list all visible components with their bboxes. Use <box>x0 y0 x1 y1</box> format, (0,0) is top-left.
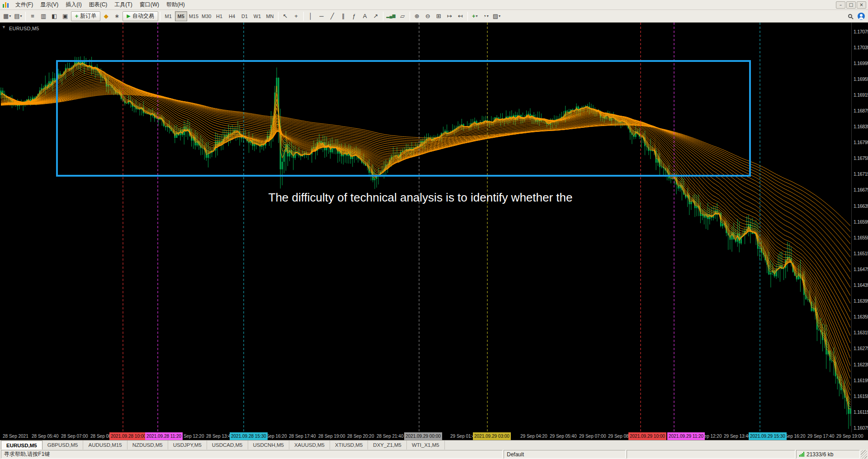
navigator-icon: ◧ <box>52 13 57 19</box>
menu-item[interactable]: 帮助(H) <box>163 0 189 9</box>
arrows-button[interactable]: ↗ <box>371 11 381 21</box>
indicators-icon: ▂▄▆ <box>387 14 396 18</box>
menu-item[interactable]: 图表(C) <box>85 0 111 9</box>
menu-bar: 文件(F)显示(V)插入(I)图表(C)工具(T)窗口(W)帮助(H) –□× <box>0 0 868 10</box>
window-control-button[interactable]: × <box>857 1 866 9</box>
new-order-button[interactable]: +新订单 <box>71 11 101 21</box>
add-indicator-button[interactable]: +▾ <box>470 11 480 21</box>
symbol-tab[interactable]: USDCNH,M5 <box>248 440 289 450</box>
market-watch-button[interactable]: ≡ <box>28 11 38 21</box>
auto-scroll-button[interactable]: ↦ <box>444 11 455 21</box>
vertical-line-button[interactable]: │ <box>306 11 316 21</box>
tile-windows-button[interactable]: ⊞ <box>434 11 444 21</box>
template-dropdown-button[interactable]: ▨▾ <box>491 11 502 21</box>
time-axis-label: 2021.09.28 15:30 <box>230 432 268 440</box>
horizontal-line-button[interactable]: ─ <box>316 11 327 21</box>
window-control-button[interactable]: – <box>836 1 845 9</box>
price-axis-label: 1.16755 <box>852 150 868 166</box>
timeframe-button[interactable]: M1 <box>162 11 175 21</box>
navigator-button[interactable]: ◧ <box>49 11 60 21</box>
timeframe-button[interactable]: H4 <box>226 11 238 21</box>
autotrading-button[interactable]: ▶自动交易 <box>123 11 158 21</box>
price-axis[interactable]: 1.170751.170351.169951.169551.169151.168… <box>851 23 868 432</box>
symbol-tab[interactable]: USDCAD,M5 <box>207 440 248 450</box>
symbol-tab[interactable]: GBPUSD,M5 <box>42 440 84 450</box>
mt4-window: 文件(F)显示(V)插入(I)图表(C)工具(T)窗口(W)帮助(H) –□× … <box>0 0 868 459</box>
autotrading-play-icon: ▶ <box>127 14 130 19</box>
data-window-button[interactable]: ▥ <box>38 11 49 21</box>
time-axis[interactable]: 28 Sep 202128 Sep 05:4028 Sep 07:0028 Se… <box>0 432 868 440</box>
template-icon: ▨ <box>493 13 498 19</box>
chart-symbol-label: EURUSD,M5 <box>9 26 39 31</box>
time-axis-label: 29 Sep 07:00 <box>579 432 606 440</box>
zoom-in-button[interactable]: ⊕ <box>412 11 422 21</box>
toolbar-separator <box>383 12 383 21</box>
price-axis-label: 1.16515 <box>852 245 868 261</box>
timeframe-button[interactable]: MN <box>264 11 276 21</box>
symbol-tab-bar: EURUSD,M5GBPUSD,M5AUDUSD,M15NZDUSD,M5USD… <box>0 440 868 450</box>
symbol-tab[interactable]: XTIUSD,M5 <box>330 440 368 450</box>
period-dropdown-button[interactable]: ◔▾ <box>481 11 491 21</box>
trendline-button[interactable]: ╱ <box>327 11 338 21</box>
menu-item[interactable]: 文件(F) <box>12 0 37 9</box>
price-axis-label: 1.16395 <box>852 293 868 309</box>
profiles-button[interactable]: ▤▾ <box>13 11 23 21</box>
price-axis-label: 1.16795 <box>852 135 868 150</box>
symbol-tab[interactable]: USDJPY,M5 <box>168 440 207 450</box>
app-icon <box>2 1 10 9</box>
cursor-button[interactable]: ↖ <box>280 11 291 21</box>
time-axis-label: 2021.09.29 03:00 <box>473 432 511 440</box>
symbol-tab[interactable]: WTI_X1,M5 <box>407 440 445 450</box>
connection-traffic-label: 21333/6 kb <box>807 451 833 458</box>
app-logo-icon <box>2 2 9 8</box>
text-button[interactable]: A <box>360 11 370 21</box>
chart-annotation-text[interactable]: The difficulty of technical analysis is … <box>269 191 573 205</box>
menu-item[interactable]: 显示(V) <box>37 0 62 9</box>
timeframe-button[interactable]: H1 <box>213 11 226 21</box>
menu-item[interactable]: 插入(I) <box>62 0 85 9</box>
indicators-button[interactable]: ▂▄▆ <box>385 11 397 21</box>
fibonacci-button[interactable]: ƒ <box>349 11 359 21</box>
menu-item[interactable]: 窗口(W) <box>136 0 163 9</box>
timeframe-button[interactable]: W1 <box>251 11 264 21</box>
metaeditor-icon: ◆ <box>104 13 108 19</box>
zoom-out-button[interactable]: ⊖ <box>423 11 433 21</box>
tile-windows-icon: ⊞ <box>436 13 441 19</box>
fibonacci-icon: ƒ <box>352 13 355 19</box>
symbol-tab[interactable]: XAUUSD,M5 <box>289 440 330 450</box>
timeframe-button[interactable]: M5 <box>175 11 187 21</box>
crosshair-button[interactable]: + <box>291 11 302 21</box>
options-button[interactable]: ∗ <box>112 11 122 21</box>
timeframe-button[interactable]: M30 <box>200 11 212 21</box>
community-icon <box>858 13 865 20</box>
symbol-tab[interactable]: DXY_Z1,M5 <box>368 440 407 450</box>
symbol-tab[interactable]: AUDUSD,M15 <box>83 440 127 450</box>
window-control-button[interactable]: □ <box>846 1 856 9</box>
menu-item[interactable]: 工具(T) <box>111 0 136 9</box>
time-axis-label: 29 Sep 19:00 <box>836 432 863 440</box>
symbol-tab[interactable]: NZDUSD,M5 <box>127 440 168 450</box>
toolbar-separator <box>160 12 160 21</box>
search-button[interactable] <box>845 11 855 21</box>
new-chart-button[interactable]: ▦▾ <box>2 11 12 21</box>
terminal-button[interactable]: ▣ <box>60 11 71 21</box>
channel-button[interactable]: ∥ <box>338 11 349 21</box>
symbol-tab[interactable]: EURUSD,M5 <box>1 440 42 450</box>
arrows-icon: ↗ <box>373 13 378 19</box>
price-axis-label: 1.16915 <box>852 87 868 103</box>
metaeditor-button[interactable]: ◆ <box>101 11 111 21</box>
search-icon <box>848 14 852 18</box>
toolbar: ▦▾ ▤▾ ≡ ▥ ◧ ▣ +新订单 ◆ ∗ ▶自动交易 M1M5M15M30H… <box>0 10 868 23</box>
chevron-down-icon: ▾ <box>487 14 489 18</box>
price-axis-label: 1.16995 <box>852 55 868 71</box>
resize-grip[interactable] <box>861 450 867 459</box>
community-button[interactable] <box>856 11 866 21</box>
one-click-trading-toggle[interactable]: ▼ <box>2 25 6 29</box>
status-profile[interactable]: Default <box>504 450 626 459</box>
objects-button[interactable]: ▱ <box>397 11 408 21</box>
toolbar-separator <box>410 12 410 21</box>
timeframe-button[interactable]: M15 <box>188 11 200 21</box>
timeframe-button[interactable]: D1 <box>239 11 251 21</box>
price-chart[interactable] <box>0 23 851 432</box>
chart-shift-button[interactable]: ↤ <box>455 11 466 21</box>
